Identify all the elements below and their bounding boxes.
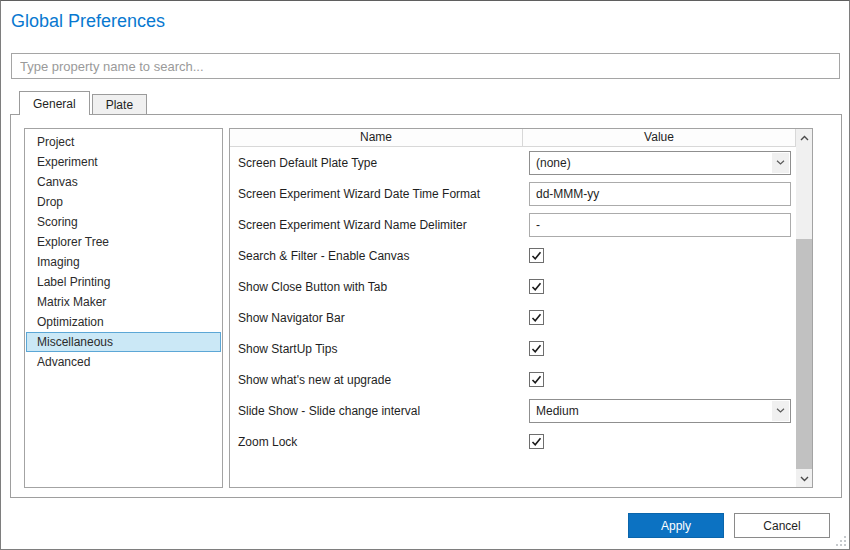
- check-mark-icon: [531, 343, 542, 354]
- property-label: Screen Experiment Wizard Date Time Forma…: [230, 187, 523, 201]
- property-grid: Name Value Screen Default Plate Type(non…: [229, 128, 813, 488]
- sidebar-item-drop[interactable]: Drop: [26, 192, 221, 212]
- property-label: Screen Default Plate Type: [230, 156, 523, 170]
- property-row: Show StartUp Tips: [230, 333, 796, 364]
- property-label: Slide Show - Slide change interval: [230, 404, 523, 418]
- grid-header: Name Value: [230, 129, 796, 147]
- vertical-scrollbar[interactable]: [796, 129, 812, 487]
- scrollbar-thumb[interactable]: [796, 239, 812, 469]
- apply-button[interactable]: Apply: [628, 513, 724, 538]
- property-value-cell: [523, 434, 796, 449]
- scrollbar-track[interactable]: [796, 146, 812, 470]
- property-label: Show what's new at upgrade: [230, 373, 523, 387]
- property-value-cell: [523, 372, 796, 387]
- sidebar-item-miscellaneous[interactable]: Miscellaneous: [26, 332, 221, 352]
- property-value-cell: Medium: [523, 399, 796, 423]
- chevron-down-icon: [800, 476, 809, 482]
- sidebar-item-explorer-tree[interactable]: Explorer Tree: [26, 232, 221, 252]
- tab-content: ProjectExperimentCanvasDropScoringExplor…: [10, 114, 842, 498]
- column-header-name[interactable]: Name: [230, 129, 523, 146]
- search-filter-enable-canvas-checkbox[interactable]: [529, 248, 544, 263]
- sidebar-item-imaging[interactable]: Imaging: [26, 252, 221, 272]
- sidebar-item-advanced[interactable]: Advanced: [26, 352, 221, 372]
- chevron-down-icon: [776, 408, 785, 413]
- search-input[interactable]: [11, 53, 840, 79]
- zoom-lock-checkbox[interactable]: [529, 434, 544, 449]
- chevron-up-icon: [800, 135, 809, 141]
- property-value-cell: [523, 182, 796, 206]
- property-value-cell: [523, 341, 796, 356]
- screen-experiment-wizard-name-delimiter-field[interactable]: [529, 213, 791, 237]
- sidebar-item-scoring[interactable]: Scoring: [26, 212, 221, 232]
- property-value-cell: [523, 279, 796, 294]
- check-mark-icon: [531, 312, 542, 323]
- resize-grip-dots-icon[interactable]: [834, 534, 847, 547]
- show-what-s-new-at-upgrade-checkbox[interactable]: [529, 372, 544, 387]
- property-row: Search & Filter - Enable Canvas: [230, 240, 796, 271]
- slide-show-slide-change-interval-dropdown[interactable]: Medium: [529, 399, 791, 423]
- dropdown-selected-value: Medium: [530, 404, 771, 418]
- property-row: Slide Show - Slide change intervalMedium: [230, 395, 796, 426]
- property-row: Screen Experiment Wizard Name Delimiter: [230, 209, 796, 240]
- property-row: Screen Default Plate Type(none): [230, 147, 796, 178]
- show-close-button-with-tab-checkbox[interactable]: [529, 279, 544, 294]
- property-value-cell: [523, 248, 796, 263]
- property-value-cell: [523, 310, 796, 325]
- tab-general[interactable]: General: [19, 91, 90, 115]
- property-label: Zoom Lock: [230, 435, 523, 449]
- property-label: Show StartUp Tips: [230, 342, 523, 356]
- dropdown-selected-value: (none): [530, 156, 771, 170]
- screen-experiment-wizard-date-time-format-field[interactable]: [529, 182, 791, 206]
- column-header-value[interactable]: Value: [523, 129, 796, 146]
- property-label: Show Navigator Bar: [230, 311, 523, 325]
- sidebar-item-label-printing[interactable]: Label Printing: [26, 272, 221, 292]
- property-label: Search & Filter - Enable Canvas: [230, 249, 523, 263]
- check-mark-icon: [531, 374, 542, 385]
- property-row: Show Navigator Bar: [230, 302, 796, 333]
- category-list: ProjectExperimentCanvasDropScoringExplor…: [24, 128, 223, 488]
- property-row: Zoom Lock: [230, 426, 796, 457]
- sidebar-item-canvas[interactable]: Canvas: [26, 172, 221, 192]
- check-mark-icon: [531, 436, 542, 447]
- sidebar-item-matrix-maker[interactable]: Matrix Maker: [26, 292, 221, 312]
- scroll-up-button[interactable]: [796, 129, 812, 146]
- dropdown-open-button[interactable]: [772, 153, 789, 173]
- screen-default-plate-type-dropdown[interactable]: (none): [529, 151, 791, 175]
- scroll-down-button[interactable]: [796, 470, 812, 487]
- global-preferences-dialog: Global Preferences General Plate Project…: [0, 0, 850, 550]
- property-label: Show Close Button with Tab: [230, 280, 523, 294]
- sidebar-item-project[interactable]: Project: [26, 132, 221, 152]
- property-row: Show what's new at upgrade: [230, 364, 796, 395]
- property-value-cell: (none): [523, 151, 796, 175]
- tab-plate[interactable]: Plate: [92, 94, 147, 114]
- check-mark-icon: [531, 281, 542, 292]
- sidebar-item-experiment[interactable]: Experiment: [26, 152, 221, 172]
- property-rows: Screen Default Plate Type(none)Screen Ex…: [230, 147, 796, 457]
- property-label: Screen Experiment Wizard Name Delimiter: [230, 218, 523, 232]
- dropdown-open-button[interactable]: [772, 401, 789, 421]
- property-value-cell: [523, 213, 796, 237]
- show-navigator-bar-checkbox[interactable]: [529, 310, 544, 325]
- property-row: Screen Experiment Wizard Date Time Forma…: [230, 178, 796, 209]
- property-row: Show Close Button with Tab: [230, 271, 796, 302]
- check-mark-icon: [531, 250, 542, 261]
- tab-strip: General Plate: [19, 91, 147, 115]
- cancel-button[interactable]: Cancel: [734, 513, 830, 538]
- sidebar-item-optimization[interactable]: Optimization: [26, 312, 221, 332]
- page-title: Global Preferences: [11, 11, 165, 32]
- chevron-down-icon: [776, 160, 785, 165]
- show-startup-tips-checkbox[interactable]: [529, 341, 544, 356]
